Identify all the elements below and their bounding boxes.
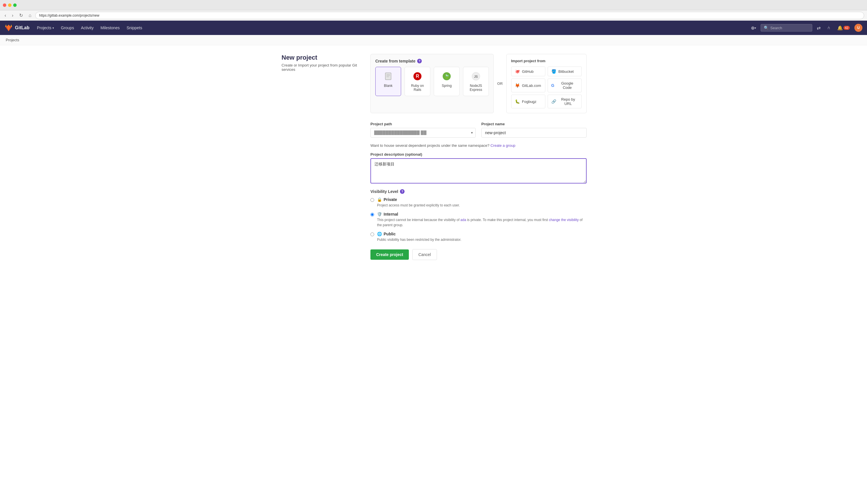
bell-icon: 🔔 xyxy=(837,25,843,31)
page-subtitle: Create or Import your project from popul… xyxy=(281,63,362,72)
avatar-initials: U xyxy=(857,26,860,30)
search-icon: 🔍 xyxy=(764,25,769,30)
template-card-ruby-on-rails[interactable]: R Ruby on Rails xyxy=(405,67,430,96)
project-name-input[interactable] xyxy=(481,128,587,138)
import-google-code-button[interactable]: G Google Code xyxy=(548,78,582,92)
nav-milestones[interactable]: Milestones xyxy=(98,24,123,32)
blank-label: Blank xyxy=(384,84,393,88)
merge-request-button[interactable]: ⑃ xyxy=(825,23,833,32)
new-project-layout: New project Create or Import your projec… xyxy=(281,54,586,260)
minimize-button[interactable] xyxy=(8,3,11,7)
svg-text:🍃: 🍃 xyxy=(445,74,450,79)
merge-request-icon: ⑃ xyxy=(827,25,830,30)
cancel-button[interactable]: Cancel xyxy=(412,249,437,260)
import-gitlabcom-button[interactable]: 🦊 GitLab.com xyxy=(511,78,545,92)
svg-text:JS: JS xyxy=(474,75,478,78)
project-name-group: Project name xyxy=(481,122,587,138)
visibility-internal-radio[interactable] xyxy=(371,213,374,216)
import-grid: 🐙 GitHub 🪣 Bitbucket 🦊 GitLab.com xyxy=(511,66,582,108)
back-button[interactable]: ‹ xyxy=(3,12,8,19)
spring-icon: 🍃 xyxy=(441,71,452,82)
nodejs-express-icon: JS xyxy=(471,71,481,82)
avatar[interactable]: U xyxy=(854,24,863,32)
visibility-public-desc: Public visibility has been restricted by… xyxy=(377,237,461,242)
top-nav: GitLab Projects ▾ Groups Activity Milest… xyxy=(0,21,867,35)
close-button[interactable] xyxy=(3,3,6,7)
url-bar[interactable] xyxy=(35,12,864,19)
visibility-internal-desc: This project cannot be internal because … xyxy=(377,217,587,228)
nav-groups[interactable]: Groups xyxy=(58,24,77,32)
project-name-label: Project name xyxy=(481,122,587,126)
nodejs-express-label: NodeJS Express xyxy=(468,84,484,92)
project-path-name-row: Project path ████████████████ ██ ▾ Proje… xyxy=(371,122,587,138)
ruby-on-rails-icon: R xyxy=(412,71,422,82)
right-col: Create from template ? xyxy=(371,54,587,260)
notification-badge: 42 xyxy=(844,26,850,30)
visibility-private-option: 🔒 Private Project access must be granted… xyxy=(371,197,587,208)
plus-icon: ⊕ xyxy=(751,25,754,31)
nav-activity-label: Activity xyxy=(81,25,94,30)
shield-icon: 🛡️ xyxy=(377,212,382,216)
breadcrumb-link[interactable]: Projects xyxy=(6,38,19,42)
maximize-button[interactable] xyxy=(13,3,17,7)
top-nav-right: ⊕ ▾ 🔍 ⇄ ⑃ 🔔 42 U xyxy=(749,23,863,32)
code-review-button[interactable]: ⇄ xyxy=(815,23,823,32)
import-google-code-label: Google Code xyxy=(557,81,578,90)
ada-link[interactable]: ada xyxy=(460,218,466,222)
gitlab-logo[interactable]: GitLab xyxy=(4,24,30,32)
search-input[interactable] xyxy=(770,26,809,30)
template-card-spring[interactable]: 🍃 Spring xyxy=(434,67,460,96)
page-title: New project xyxy=(281,54,362,61)
visibility-help-icon[interactable]: ? xyxy=(400,189,405,194)
spring-label: Spring xyxy=(442,84,452,88)
change-visibility-link[interactable]: change the visibility xyxy=(549,218,579,222)
import-section-title: Import project from xyxy=(511,59,582,63)
nav-projects[interactable]: Projects ▾ xyxy=(34,24,57,32)
forward-button[interactable]: › xyxy=(10,12,15,19)
import-github-label: GitHub xyxy=(522,69,534,74)
visibility-public-option: 🌐 Public Public visibility has been rest… xyxy=(371,232,587,242)
nav-activity[interactable]: Activity xyxy=(78,24,96,32)
import-github-button[interactable]: 🐙 GitHub xyxy=(511,66,545,76)
refresh-button[interactable]: ↻ xyxy=(18,12,25,19)
import-fogbugz-button[interactable]: 🐛 Fogbugz xyxy=(511,95,545,108)
svg-rect-0 xyxy=(385,73,391,80)
project-path-select[interactable]: ████████████████ ██ xyxy=(371,128,475,138)
globe-icon: 🌐 xyxy=(377,232,382,236)
template-card-blank[interactable]: Blank xyxy=(375,67,401,96)
description-textarea[interactable]: 迁移新项目 xyxy=(371,158,587,183)
nav-snippets[interactable]: Snippets xyxy=(124,24,145,32)
visibility-label: Visibility Level ? xyxy=(371,189,587,194)
ruby-on-rails-label: Ruby on Rails xyxy=(409,84,426,92)
notification-button[interactable]: 🔔 42 xyxy=(835,23,852,32)
template-section-title: Create from template ? xyxy=(375,59,489,63)
import-gitlabcom-label: GitLab.com xyxy=(522,83,541,88)
nav-projects-label: Projects xyxy=(37,25,52,30)
create-project-button[interactable]: Create project xyxy=(371,249,409,260)
visibility-private-radio[interactable] xyxy=(371,198,374,202)
home-button[interactable]: ⌂ xyxy=(27,12,33,19)
import-repo-by-url-button[interactable]: 🔗 Repo by URL xyxy=(548,95,582,108)
search-box[interactable]: 🔍 xyxy=(761,24,812,32)
google-code-icon: G xyxy=(551,83,555,88)
visibility-private-desc: Project access must be granted explicitl… xyxy=(377,203,460,208)
visibility-public-radio[interactable] xyxy=(371,233,374,236)
project-path-label: Project path xyxy=(371,122,475,126)
template-cards-row: Blank R Ruby on Rails xyxy=(375,67,489,96)
template-card-nodejs-express[interactable]: JS NodeJS Express xyxy=(463,67,489,96)
main-content: New project Create or Import your projec… xyxy=(276,45,591,269)
code-review-icon: ⇄ xyxy=(817,25,821,31)
create-group-link[interactable]: Create a group xyxy=(491,143,515,148)
fogbugz-icon: 🐛 xyxy=(515,99,520,104)
nav-groups-label: Groups xyxy=(61,25,74,30)
projects-caret-icon: ▾ xyxy=(52,26,54,30)
help-icon[interactable]: ? xyxy=(417,59,422,63)
new-item-button[interactable]: ⊕ ▾ xyxy=(749,23,758,32)
visibility-private-title: 🔒 Private xyxy=(377,197,460,202)
visibility-internal-option: 🛡️ Internal This project cannot be inter… xyxy=(371,212,587,228)
import-bitbucket-button[interactable]: 🪣 Bitbucket xyxy=(548,66,582,76)
gitlab-logo-text: GitLab xyxy=(15,25,30,30)
gitlab-app: GitLab Projects ▾ Groups Activity Milest… xyxy=(0,21,867,504)
lock-icon: 🔒 xyxy=(377,197,382,202)
description-group: Project description (optional) 迁移新项目 xyxy=(371,152,587,183)
